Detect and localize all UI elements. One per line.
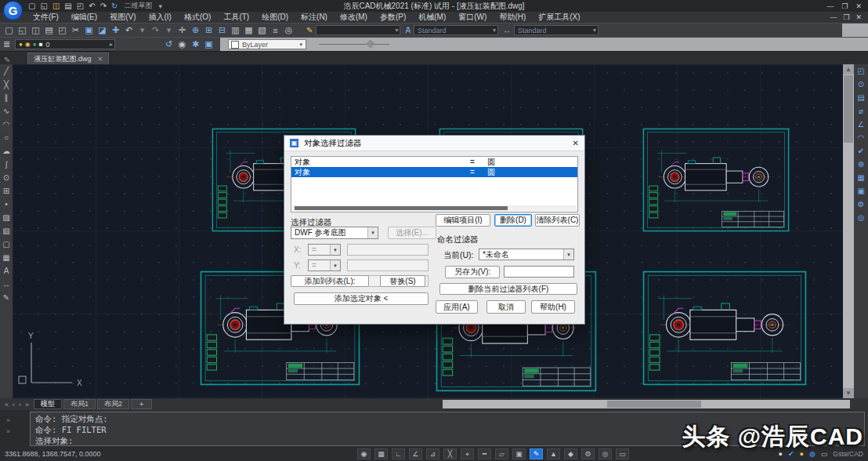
menu-express[interactable]: 扩展工具(X)	[532, 12, 586, 23]
spline-icon[interactable]: ∫	[5, 161, 8, 169]
cloud-sync-icon[interactable]: ↻	[111, 2, 118, 10]
undo-caret-icon[interactable]: ▾	[136, 24, 149, 37]
workspace-toggle[interactable]: ⚙	[581, 448, 595, 459]
mdi-minimize-button[interactable]: —	[830, 13, 837, 21]
scroll-down-icon[interactable]: ▼	[843, 388, 854, 398]
roughness-icon[interactable]: ✔	[858, 147, 864, 155]
layer-control-combo[interactable]: ● ◉ ● ■ 0 ▸	[15, 39, 115, 49]
menu-modify[interactable]: 修改(M)	[334, 12, 374, 23]
redo-icon[interactable]: ↷	[100, 2, 107, 10]
add-selected-object-button[interactable]: 添加选定对象 <	[294, 292, 429, 305]
cut-icon[interactable]: ✂	[69, 24, 82, 37]
lineweight-slider[interactable]	[319, 44, 389, 45]
menu-window[interactable]: 窗口(W)	[452, 12, 493, 23]
vertical-scroll-thumb[interactable]	[844, 75, 853, 143]
menu-dimension[interactable]: 标注(N)	[295, 12, 334, 23]
region-icon[interactable]: ▢	[2, 241, 9, 249]
slider-thumb[interactable]	[366, 39, 374, 48]
properties-icon[interactable]: ▥	[229, 24, 242, 37]
settings-icon[interactable]: ⚙	[858, 201, 865, 209]
open-icon[interactable]: ◱	[16, 24, 29, 37]
chevron-down-icon[interactable]: ▾	[392, 27, 398, 34]
quickcalc-icon[interactable]: ≡	[269, 24, 282, 37]
view-create-icon[interactable]: ◰	[857, 67, 864, 75]
help-icon[interactable]: ◎	[282, 24, 295, 37]
grid-toggle[interactable]: ▦	[374, 448, 388, 459]
isodraft-toggle[interactable]: ⊿	[426, 448, 439, 459]
save-icon[interactable]: ◫	[29, 24, 42, 37]
minimize-button[interactable]: —	[826, 2, 834, 10]
plot-preview-icon[interactable]: ◰	[56, 24, 69, 37]
gradient-icon[interactable]: ▧	[2, 227, 9, 235]
plot-icon[interactable]: ▤	[64, 2, 71, 10]
tab-new-layout[interactable]: ＋	[131, 399, 152, 409]
new-icon[interactable]: ▢	[2, 24, 16, 37]
angle-symbol-icon[interactable]: ∠	[858, 121, 865, 129]
menu-draw[interactable]: 绘图(D)	[255, 12, 295, 23]
cancel-button[interactable]: 取消	[486, 300, 526, 314]
menu-mechanical[interactable]: 机械(M)	[412, 12, 452, 23]
annotation-monitor-toggle[interactable]: ◎	[599, 448, 612, 459]
dimension-icon[interactable]: ↔	[2, 281, 10, 289]
selection-cycling-toggle[interactable]: ▣	[512, 448, 526, 459]
dialog-close-icon[interactable]: ✕	[573, 139, 579, 147]
close-tab-icon[interactable]: ✕	[97, 56, 103, 63]
polar-toggle[interactable]: ∠	[409, 448, 422, 459]
clear-list-button[interactable]: 清除列表(C)	[535, 214, 580, 227]
dim-style-combo[interactable]: ↔ Standard▾	[503, 25, 599, 35]
list-horizontal-scrollbar[interactable]	[292, 205, 577, 211]
ellipse-icon[interactable]: ⊙	[3, 174, 9, 182]
scroll-up-icon[interactable]: ▲	[843, 64, 854, 74]
tool-palettes-icon[interactable]: ▧	[255, 24, 269, 37]
library-icon[interactable]: ▣	[857, 187, 864, 195]
snap-toggle[interactable]: ◉	[357, 448, 371, 459]
value-field[interactable]	[347, 260, 429, 271]
menu-parametric[interactable]: 参数(P)	[374, 12, 412, 23]
filter-list-row[interactable]: 对象 = 圆	[291, 157, 577, 167]
construction-icon[interactable]: ▦	[857, 174, 864, 182]
menu-edit[interactable]: 编辑(E)	[65, 12, 103, 23]
chevron-down-icon[interactable]: ▾	[367, 227, 378, 238]
undo-icon[interactable]: ↶	[122, 24, 136, 37]
insert-block-icon[interactable]: ⊞	[3, 187, 9, 195]
filter-list[interactable]: 对象 = 圆 对象 = 圆	[291, 156, 578, 212]
pan-icon[interactable]: ✛	[175, 24, 189, 37]
designcenter-icon[interactable]: ▦	[242, 24, 255, 37]
save-icon[interactable]: ◫	[52, 2, 60, 10]
chevron-right-icon[interactable]: ▸	[107, 41, 113, 48]
lineweight-toggle[interactable]: ━	[478, 448, 491, 459]
line-icon[interactable]: ╱	[4, 67, 9, 75]
chevron-down-icon[interactable]: ▾	[590, 27, 596, 34]
polyline-icon[interactable]: ∿	[3, 107, 9, 115]
chevron-down-icon[interactable]: ▾	[330, 260, 340, 270]
add-to-list-button[interactable]: 添加到列表(L):	[291, 275, 369, 287]
zoom-realtime-icon[interactable]: ⊕	[189, 24, 202, 37]
mdi-restore-button[interactable]: ❐	[843, 13, 849, 21]
edit-item-button[interactable]: 编辑项目(I)	[436, 214, 490, 227]
annotation-visibility-toggle[interactable]: ◆	[564, 448, 577, 459]
ortho-toggle[interactable]: ∟	[392, 448, 405, 459]
text-icon[interactable]: A	[4, 267, 9, 275]
modify-icon[interactable]: ✎	[3, 294, 9, 302]
restore-button[interactable]: ❐	[841, 2, 848, 10]
horizontal-scroll-thumb[interactable]	[607, 401, 701, 408]
plot-icon[interactable]: ▤	[42, 24, 56, 37]
save-as-field[interactable]	[504, 266, 574, 278]
menu-help[interactable]: 帮助(H)	[493, 12, 532, 23]
table-icon[interactable]: ▦	[2, 254, 9, 262]
prev-layout-icon[interactable]: ‹	[13, 401, 15, 408]
select-button[interactable]: 选择(E)...	[388, 227, 436, 239]
chevron-down-icon[interactable]: ▾	[563, 249, 573, 260]
help-button[interactable]: 帮助(H)	[531, 300, 575, 314]
value-field[interactable]	[347, 244, 429, 256]
chevron-down-icon[interactable]: ▾	[298, 42, 304, 48]
tab-layout1[interactable]: 布局1	[63, 399, 96, 409]
construction-line-icon[interactable]: ╳	[4, 81, 9, 89]
circle-icon[interactable]: ○	[4, 134, 9, 142]
open-icon[interactable]: ◱	[40, 2, 47, 10]
workspace-selector[interactable]: 二维草图	[124, 1, 152, 11]
parts-list-icon[interactable]: ▤	[857, 94, 864, 102]
dynamic-input-toggle[interactable]: ✎	[530, 448, 543, 459]
layer-match-icon[interactable]: ✱	[189, 38, 202, 51]
point-icon[interactable]: •	[5, 201, 8, 209]
